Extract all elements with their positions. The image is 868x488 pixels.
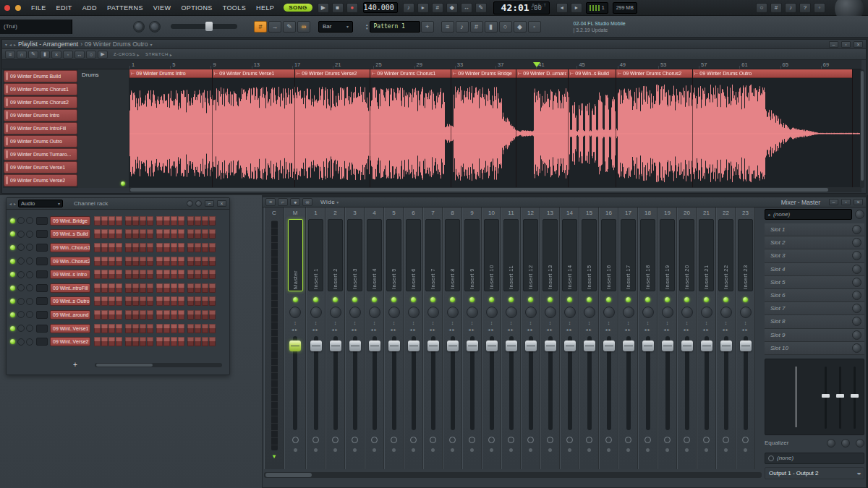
mixer-strip-name[interactable]: Insert 21 xyxy=(699,219,714,291)
mixer-strip-name[interactable]: Insert 6 xyxy=(406,219,421,291)
record-arm-icon[interactable] xyxy=(470,448,474,452)
fader-handle[interactable] xyxy=(564,341,576,351)
fader-handle[interactable] xyxy=(525,341,537,351)
step-cell[interactable] xyxy=(101,270,108,279)
step-cell[interactable] xyxy=(202,216,208,226)
clip-header[interactable]: ⊢09 Win..s Build xyxy=(569,69,616,78)
step-cell[interactable] xyxy=(187,257,194,266)
fx-enable-icon[interactable] xyxy=(644,437,651,443)
channel-enable-led[interactable] xyxy=(10,312,15,317)
step-cell[interactable] xyxy=(132,216,139,226)
step-cell[interactable] xyxy=(125,243,132,252)
pan-knob[interactable] xyxy=(623,307,634,318)
pencil-tool-icon[interactable]: ✎ xyxy=(28,51,38,59)
step-cell[interactable] xyxy=(187,324,194,333)
channel-pan-knob[interactable] xyxy=(17,298,25,305)
equalizer-display[interactable] xyxy=(765,359,864,435)
mute-led[interactable] xyxy=(743,297,748,302)
step-cell[interactable] xyxy=(187,283,194,293)
mixer-strip[interactable]: 22Insert 22↕◂▸ xyxy=(716,207,736,469)
fx-slot-selected[interactable]: ▸ (none) xyxy=(765,209,852,220)
fader-handle[interactable] xyxy=(623,341,634,351)
scrollbar-handle[interactable] xyxy=(265,473,312,477)
step-cell[interactable] xyxy=(171,296,177,306)
mixer-strip[interactable]: 9Insert 9↕◂▸ xyxy=(462,207,482,469)
mute-led[interactable] xyxy=(489,297,494,302)
playback-tool-icon[interactable]: ▶ xyxy=(98,51,108,59)
window-minimize-button[interactable] xyxy=(15,5,21,11)
step-cell[interactable] xyxy=(209,310,216,320)
step-cell[interactable] xyxy=(156,243,163,252)
menu-file[interactable]: FILE xyxy=(26,1,51,15)
chat-icon[interactable]: ◦ xyxy=(814,3,825,13)
scroll-down-icon[interactable]: ▾ xyxy=(273,453,276,460)
step-cell[interactable] xyxy=(195,310,201,320)
step-cell[interactable] xyxy=(178,270,184,279)
stop-button[interactable]: ■ xyxy=(332,3,344,13)
marker-prev-icon[interactable]: ◂ xyxy=(556,3,568,13)
marker-next-icon[interactable]: ▸ xyxy=(571,3,582,13)
mixer-strip[interactable]: 18Insert 18↕◂▸ xyxy=(638,207,658,469)
mixer-strip[interactable]: 10Insert 10↕◂▸ xyxy=(482,207,501,469)
mixer-close-button[interactable]: × xyxy=(854,199,863,205)
channel-pan-knob[interactable] xyxy=(17,311,25,318)
step-cell[interactable] xyxy=(195,229,201,239)
audio-clip[interactable]: ⊢09 Winter Drums Chorus2 xyxy=(616,69,693,188)
picker-clip[interactable]: 09 Winter Drums Verse2 xyxy=(4,174,77,187)
record-arm-icon[interactable] xyxy=(724,448,728,452)
mixer-strip-name[interactable]: Insert 17 xyxy=(621,219,636,291)
swing-knob[interactable] xyxy=(187,200,193,207)
mixer-strip[interactable]: 7Insert 7↕◂▸ xyxy=(423,207,443,469)
playlist-grid[interactable]: ⊢09 Winter Drums Intro⊢09 Winter Drums V… xyxy=(129,69,861,188)
channel-target-box[interactable] xyxy=(36,257,48,265)
mixer-strip-name[interactable]: Insert 11 xyxy=(503,219,519,291)
slip-tool-icon[interactable]: ↔ xyxy=(75,51,85,59)
step-cell[interactable] xyxy=(147,216,153,226)
step-cell[interactable] xyxy=(140,337,146,346)
mixer-strip-name[interactable]: Insert 20 xyxy=(679,219,694,291)
channel-enable-led[interactable] xyxy=(10,272,15,277)
fx-slot-knob[interactable] xyxy=(852,225,861,234)
zcross-selector[interactable]: Z-CROSS ▸ xyxy=(114,52,140,57)
mixer-strip-name[interactable]: Insert 3 xyxy=(347,219,362,291)
playlist-horizontal-scrollbar[interactable] xyxy=(129,187,861,192)
audio-clip[interactable]: ⊢09 Winter Drums Chorus1 xyxy=(370,69,451,188)
mixer-strip-name[interactable]: Insert 7 xyxy=(425,219,441,291)
step-cell[interactable] xyxy=(195,270,201,279)
step-cell[interactable] xyxy=(202,296,208,306)
step-cell[interactable] xyxy=(187,229,194,239)
fader-handle[interactable] xyxy=(369,341,380,351)
step-cell[interactable] xyxy=(187,216,194,226)
playlist-titlebar[interactable]: ▾ ◂ ▸ Playlist - Arrangement › 09 Winter… xyxy=(2,40,866,49)
eq-band2-fader[interactable] xyxy=(839,367,841,429)
channel-pan-knob[interactable] xyxy=(17,231,25,238)
mixer-record-arm-icon[interactable]: ● xyxy=(290,198,300,206)
channel-volume-knob[interactable] xyxy=(26,284,33,291)
step-cell[interactable] xyxy=(94,324,101,333)
mixer-titlebar[interactable]: ≡ ⌐ ● ∞ Wide ▾ Mixer - Master – ▫ × xyxy=(263,197,866,207)
step-cell[interactable] xyxy=(202,337,208,346)
fx-mix-knob[interactable] xyxy=(855,210,864,219)
clip-header[interactable]: ⊢09 Winter Drums Outro xyxy=(693,69,852,78)
volume-fader[interactable] xyxy=(685,336,689,430)
audio-clip[interactable]: ⊢09 Winter Drums Outro xyxy=(693,69,853,188)
step-cell[interactable] xyxy=(132,283,139,293)
step-cell[interactable] xyxy=(125,270,132,279)
mute-led[interactable] xyxy=(626,297,631,302)
mixer-strip[interactable]: 6Insert 6↕◂▸ xyxy=(404,207,423,469)
step-cell[interactable] xyxy=(140,310,146,320)
channel-target-box[interactable] xyxy=(36,297,48,305)
step-cell[interactable] xyxy=(147,310,153,320)
mute-led[interactable] xyxy=(293,297,298,302)
pan-knob[interactable] xyxy=(447,307,459,318)
fader-handle[interactable] xyxy=(603,341,615,351)
fader-handle[interactable] xyxy=(447,341,459,351)
step-cell[interactable] xyxy=(202,283,208,293)
channel-rack-close-button[interactable]: × xyxy=(217,200,226,207)
step-cell[interactable] xyxy=(209,257,216,266)
volume-fader[interactable] xyxy=(548,336,553,430)
channel-enable-led[interactable] xyxy=(10,339,15,344)
step-cell[interactable] xyxy=(125,337,132,346)
channel-volume-knob[interactable] xyxy=(26,325,33,332)
mute-led[interactable] xyxy=(665,297,670,302)
